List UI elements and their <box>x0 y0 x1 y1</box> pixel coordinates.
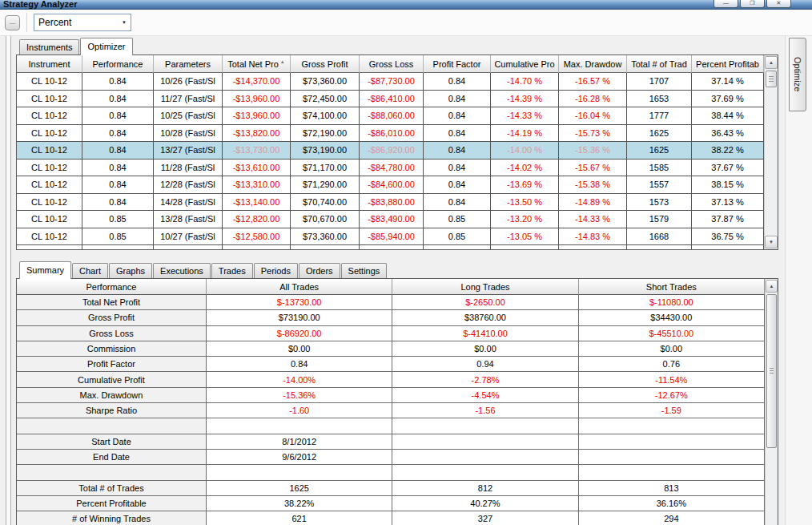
summary-value-cell: $0.00 <box>392 341 578 356</box>
grid-cell: 1653 <box>627 91 692 107</box>
column-header-label: Max. Drawdow <box>564 59 622 69</box>
scroll-up-button[interactable]: ▲ <box>765 56 778 69</box>
column-header-gross-profit[interactable]: Gross Profit <box>291 55 360 73</box>
grid-cell: -14.33 % <box>491 107 559 124</box>
column-header-percent-profitab[interactable]: Percent Profitab <box>692 55 764 73</box>
summary-value-cell: -14.00% <box>207 372 392 386</box>
column-header-max-drawdow[interactable]: Max. Drawdow <box>559 55 627 73</box>
grid-cell: CL 10-12 <box>17 228 82 245</box>
grid-row[interactable]: CL 10-120.8412/28 (Fast/Sl-$13,310.00$71… <box>17 176 764 194</box>
grid-cell: 0.84 <box>82 91 154 107</box>
grid-cell: 37.69 % <box>692 91 764 107</box>
grid-cell: 0.89 <box>82 245 154 249</box>
tab-optimizer[interactable]: Optimizer <box>80 38 132 55</box>
top-tab-strip: InstrumentsOptimizer <box>16 36 785 55</box>
grid-cell: 1069 <box>627 245 692 249</box>
summary-value-cell: 9/6/2012 <box>207 450 392 464</box>
grid-row[interactable]: CL 10-120.8410/26 (Fast/Sl-$14,370.00$73… <box>17 73 764 91</box>
column-header-parameters[interactable]: Parameters <box>154 55 223 73</box>
grid-cell: 37.67 % <box>692 160 764 176</box>
grid-cell: 0.89 <box>424 245 491 249</box>
grid-row[interactable]: CL 10-120.8513/28 (Fast/Sl-$12,820.00$70… <box>17 211 764 228</box>
summary-row: Cumulative Profit-14.00%-2.78%-11.54% <box>17 372 765 387</box>
column-header-gross-loss[interactable]: Gross Loss <box>360 55 424 73</box>
grid-cell: -16.57 % <box>559 73 627 90</box>
grid-cell: $70,740.00 <box>291 194 360 211</box>
grid-cell: -13.69 % <box>491 176 559 193</box>
tab-orders[interactable]: Orders <box>299 263 340 278</box>
grid-row[interactable]: CL 10-120.8410/28 (Fast/Sl-$13,820.00$72… <box>17 125 764 143</box>
maximize-button[interactable]: ❐ <box>740 0 765 8</box>
grid-cell: -$83,490.00 <box>360 211 424 228</box>
summary-value-cell: $-11080.00 <box>579 295 765 309</box>
column-header-label: Percent Profitab <box>696 59 759 69</box>
column-header-performance[interactable]: Performance <box>82 55 154 73</box>
summary-value-cell: $-41410.00 <box>392 326 578 341</box>
grid-cell: -$83,880.00 <box>360 194 424 211</box>
summary-value-cell: 0.76 <box>579 357 765 371</box>
tab-graphs[interactable]: Graphs <box>109 263 152 278</box>
scroll-thumb[interactable] <box>766 71 777 87</box>
summary-panel: PerformanceAll TradesLong TradesShort Tr… <box>16 278 778 525</box>
grid-row[interactable]: CL 10-120.8410/25 (Fast/Sl-$13,960.00$74… <box>17 107 764 125</box>
grid-cell: 12/28 (Fast/Sl <box>154 176 223 193</box>
summary-value-cell: 294 <box>579 511 765 525</box>
main-area: InstrumentsOptimizer InstrumentPerforman… <box>0 36 812 525</box>
column-header-label: Performance <box>93 59 143 69</box>
summary-column-header-short-trades: Short Trades <box>579 279 765 295</box>
column-header-label: Profit Factor <box>433 59 481 69</box>
grid-cell: 1557 <box>627 176 692 193</box>
properties-icon: — <box>10 19 16 26</box>
display-mode-dropdown[interactable]: Percent ▼ <box>34 14 131 31</box>
tab-settings[interactable]: Settings <box>341 263 388 278</box>
grid-cell: $72,190.00 <box>291 125 360 142</box>
column-header-total-net-pro[interactable]: Total Net Pro▲ <box>223 55 291 73</box>
grid-row[interactable]: FDAX 09-120.8913/25 (Fast/Sl-$10,575.00$… <box>17 245 764 249</box>
tab-periods[interactable]: Periods <box>254 263 298 278</box>
summary-column-header-all-trades: All Trades <box>207 279 392 295</box>
panel-splitter[interactable] <box>16 250 785 260</box>
left-splitter-strip <box>0 36 16 525</box>
grid-cell: 37.87 % <box>692 211 764 228</box>
grid-row[interactable]: CL 10-120.8413/27 (Fast/Sl-$13,730.00$73… <box>17 142 764 160</box>
grid-cell: -5.97 % <box>491 245 559 249</box>
column-header-instrument[interactable]: Instrument <box>17 55 82 73</box>
properties-button[interactable]: — <box>5 15 20 30</box>
grid-cell: CL 10-12 <box>17 176 82 193</box>
summary-label-cell <box>17 465 207 479</box>
minimize-button[interactable]: — <box>714 0 738 8</box>
grid-cell: -16.28 % <box>559 91 627 107</box>
tab-trades[interactable]: Trades <box>211 263 253 278</box>
column-header-cumulative-pro[interactable]: Cumulative Pro <box>491 55 559 73</box>
tab-chart[interactable]: Chart <box>72 263 108 278</box>
scroll-up-button[interactable]: ▲ <box>766 280 778 293</box>
grid-row[interactable]: CL 10-120.8411/28 (Fast/Sl-$13,610.00$71… <box>17 160 764 177</box>
close-button[interactable]: ✕ <box>766 0 791 8</box>
column-header-total-of-trad[interactable]: Total # of Trad <box>627 55 692 73</box>
grid-cell: 10/25 (Fast/Sl <box>154 107 223 124</box>
grid-cell: $73,190.00 <box>291 142 360 159</box>
tab-instruments[interactable]: Instruments <box>19 39 79 55</box>
grid-row[interactable]: CL 10-120.8411/27 (Fast/Sl-$13,960.00$72… <box>17 91 764 108</box>
grid-row[interactable]: CL 10-120.8510/27 (Fast/Sl-$12,580.00$73… <box>17 228 764 246</box>
grid-cell: -$13,610.00 <box>223 160 291 176</box>
column-header-label: Cumulative Pro <box>494 59 554 69</box>
grid-cell: -14.33 % <box>559 211 627 228</box>
summary-header-row: PerformanceAll TradesLong TradesShort Tr… <box>17 279 765 295</box>
summary-vscrollbar[interactable]: ▲ <box>765 279 778 525</box>
scroll-thumb[interactable] <box>766 294 777 448</box>
tab-summary[interactable]: Summary <box>19 261 71 279</box>
scroll-down-button[interactable]: ▼ <box>765 236 778 248</box>
grid-cell: $74,100.00 <box>291 107 360 124</box>
grid-cell: 36.75 % <box>692 228 764 245</box>
column-header-profit-factor[interactable]: Profit Factor <box>424 55 491 73</box>
optimize-side-tab[interactable]: Optimize <box>789 38 806 111</box>
summary-row: End Date9/6/2012 <box>17 450 765 465</box>
grid-row[interactable]: CL 10-120.8414/28 (Fast/Sl-$13,140.00$70… <box>17 194 764 212</box>
grid-cell: 0.84 <box>82 160 154 176</box>
grid-cell: 37.13 % <box>692 194 764 211</box>
tab-executions[interactable]: Executions <box>153 263 211 278</box>
summary-row: Max. Drawdown-15.36%-4.54%-12.67% <box>17 388 765 403</box>
grid-vscrollbar[interactable]: ▲ ▼ <box>764 55 778 249</box>
grid-cell: 1573 <box>627 194 692 211</box>
